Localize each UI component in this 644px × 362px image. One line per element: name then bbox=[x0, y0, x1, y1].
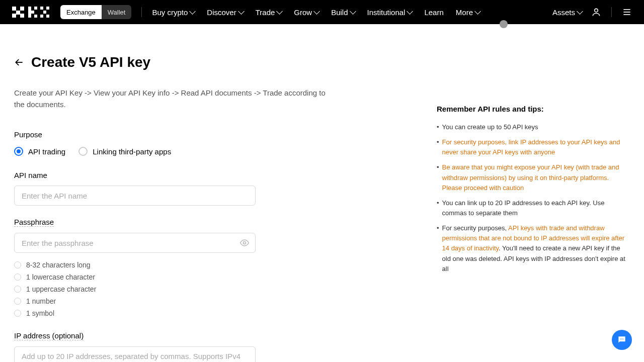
check-circle-icon bbox=[14, 310, 21, 317]
svg-rect-7 bbox=[31, 11, 34, 14]
chat-button[interactable] bbox=[612, 330, 632, 350]
page-title: Create V5 API key bbox=[31, 54, 150, 70]
nav-institutional[interactable]: Institutional bbox=[367, 8, 413, 17]
svg-rect-4 bbox=[20, 14, 24, 18]
purpose-api-trading[interactable]: API trading bbox=[14, 147, 65, 156]
tip-item: You can link up to 20 IP addresses to ea… bbox=[437, 198, 630, 218]
exchange-tab[interactable]: Exchange bbox=[60, 5, 102, 19]
passphrase-rule: 1 lowercase character bbox=[14, 273, 407, 281]
main-content: Create V5 API key Create your API Key ->… bbox=[0, 24, 644, 362]
rule-text: 1 lowercase character bbox=[26, 273, 95, 281]
form-column: Create V5 API key Create your API Key ->… bbox=[14, 54, 407, 362]
assets-menu[interactable]: Assets bbox=[552, 8, 582, 17]
svg-rect-10 bbox=[46, 7, 49, 10]
chevron-down-icon bbox=[577, 8, 583, 15]
svg-rect-9 bbox=[40, 7, 43, 10]
purpose-label: Purpose bbox=[14, 130, 407, 139]
tip-item: For security purposes, link IP addresses… bbox=[437, 137, 630, 157]
mode-toggle: Exchange Wallet bbox=[60, 5, 131, 19]
nav-label: More bbox=[456, 8, 473, 17]
svg-rect-1 bbox=[16, 11, 20, 15]
chevron-down-icon bbox=[276, 8, 283, 15]
check-circle-icon bbox=[14, 298, 21, 305]
nav-label: Discover bbox=[207, 8, 236, 17]
radio-label: Linking third-party apps bbox=[93, 147, 171, 156]
api-name-input[interactable] bbox=[14, 186, 256, 206]
nav-build[interactable]: Build bbox=[331, 8, 355, 17]
passphrase-rule: 1 symbol bbox=[14, 309, 407, 317]
svg-rect-13 bbox=[46, 15, 49, 18]
svg-point-14 bbox=[595, 9, 598, 12]
top-nav: Exchange Wallet Buy cryptoDiscoverTradeG… bbox=[0, 0, 644, 24]
divider bbox=[611, 7, 612, 17]
tip-item: Be aware that you might expose your API … bbox=[437, 162, 630, 193]
page-subtitle: Create your API Key -> View your API Key… bbox=[14, 87, 326, 110]
nav-label: Trade bbox=[256, 8, 275, 17]
wallet-tab[interactable]: Wallet bbox=[102, 5, 132, 19]
check-circle-icon bbox=[14, 274, 21, 281]
svg-rect-8 bbox=[34, 15, 37, 18]
svg-rect-3 bbox=[20, 7, 24, 11]
passphrase-rule: 1 uppercase character bbox=[14, 285, 407, 293]
divider bbox=[141, 7, 142, 17]
tips-column: Remember API rules and tips: You can cre… bbox=[437, 54, 630, 362]
assets-label: Assets bbox=[552, 8, 575, 17]
svg-rect-0 bbox=[12, 7, 16, 11]
nav-learn[interactable]: Learn bbox=[424, 8, 443, 17]
check-circle-icon bbox=[14, 286, 21, 293]
svg-point-22 bbox=[623, 339, 624, 340]
purpose-third-party[interactable]: Linking third-party apps bbox=[78, 147, 171, 156]
logo[interactable] bbox=[12, 7, 52, 18]
rule-text: 1 symbol bbox=[26, 309, 54, 317]
nav-label: Institutional bbox=[367, 8, 406, 17]
radio-checked-icon bbox=[14, 147, 23, 156]
chevron-down-icon bbox=[238, 8, 245, 15]
passphrase-input[interactable] bbox=[14, 233, 256, 253]
tips-list: You can create up to 50 API keysFor secu… bbox=[437, 122, 630, 274]
nav-discover[interactable]: Discover bbox=[207, 8, 243, 17]
passphrase-rule: 1 number bbox=[14, 297, 407, 305]
nav-grow[interactable]: Grow bbox=[294, 8, 319, 17]
eye-icon[interactable] bbox=[239, 238, 250, 248]
ip-address-input[interactable] bbox=[14, 346, 256, 362]
rule-text: 1 uppercase character bbox=[26, 285, 96, 293]
nav-trade[interactable]: Trade bbox=[256, 8, 282, 17]
svg-rect-6 bbox=[34, 7, 37, 10]
nav-label: Buy crypto bbox=[152, 8, 188, 17]
ip-label: IP address (optional) bbox=[14, 331, 84, 340]
chevron-down-icon bbox=[313, 8, 320, 15]
tips-title: Remember API rules and tips: bbox=[437, 105, 630, 113]
passphrase-rules: 8-32 characters long1 lowercase characte… bbox=[14, 261, 407, 317]
main-nav: Buy cryptoDiscoverTradeGrowBuildInstitut… bbox=[152, 8, 480, 17]
nav-buy-crypto[interactable]: Buy crypto bbox=[152, 8, 195, 17]
tip-item: You can create up to 50 API keys bbox=[437, 122, 630, 132]
tip-item: For security purposes, API keys with tra… bbox=[437, 223, 630, 274]
radio-label: API trading bbox=[28, 147, 65, 156]
loading-dot-icon bbox=[500, 20, 508, 28]
radio-unchecked-icon bbox=[78, 147, 88, 156]
api-name-label: API name bbox=[14, 171, 47, 179]
rule-text: 1 number bbox=[26, 297, 56, 305]
nav-label: Grow bbox=[294, 8, 312, 17]
hamburger-icon[interactable] bbox=[622, 7, 632, 17]
svg-rect-2 bbox=[12, 14, 16, 18]
nav-more[interactable]: More bbox=[456, 8, 480, 17]
right-nav: Assets bbox=[552, 7, 632, 17]
chevron-down-icon bbox=[350, 8, 356, 15]
chevron-down-icon bbox=[189, 8, 196, 15]
svg-rect-11 bbox=[43, 11, 46, 14]
svg-rect-12 bbox=[40, 15, 43, 18]
svg-point-19 bbox=[244, 242, 246, 244]
passphrase-label: Passphrase bbox=[14, 218, 54, 227]
back-arrow-icon[interactable] bbox=[14, 57, 24, 67]
profile-icon[interactable] bbox=[591, 7, 601, 17]
nav-label: Build bbox=[331, 8, 348, 17]
chevron-down-icon bbox=[407, 8, 414, 15]
svg-point-21 bbox=[621, 339, 622, 340]
nav-label: Learn bbox=[424, 8, 443, 17]
svg-point-20 bbox=[620, 339, 621, 340]
svg-rect-5 bbox=[28, 7, 31, 18]
chevron-down-icon bbox=[474, 8, 481, 15]
